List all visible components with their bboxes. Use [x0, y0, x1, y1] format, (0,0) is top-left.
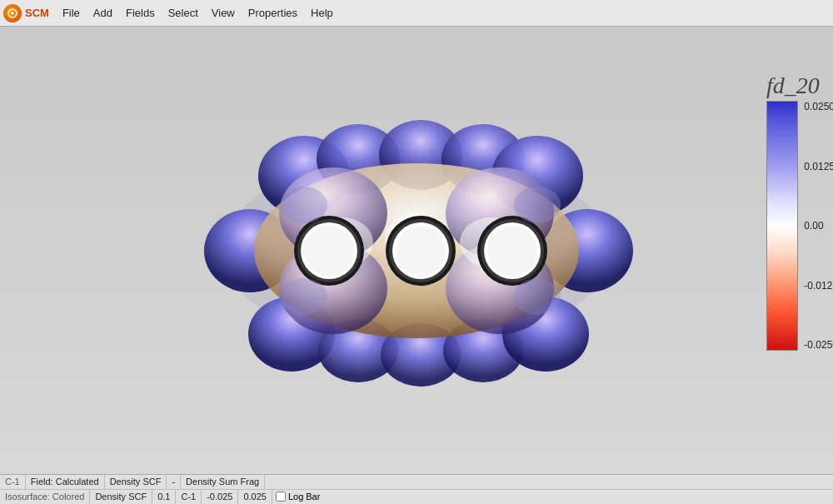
viewport: fd_20 0.0250 0.0125 0.00 -0.0125 -0.0250 [0, 27, 833, 474]
status-dash: - [167, 475, 181, 489]
status-density-scf-1: Density SCF [105, 475, 167, 489]
statusbar: C-1 Field: Calculated Density SCF - Dens… [0, 474, 833, 504]
svg-point-1 [11, 12, 14, 15]
colorbar-label-bot: -0.0250 [804, 339, 833, 351]
menu-add[interactable]: Add [87, 3, 119, 22]
menu-view[interactable]: View [205, 3, 242, 22]
status-log-bar: Log Bar [272, 492, 323, 502]
molecule-visualization [175, 76, 658, 426]
status-row-1: C-1 Field: Calculated Density SCF - Dens… [0, 475, 833, 490]
colorbar: fd_20 0.0250 0.0125 0.00 -0.0125 -0.0250 [766, 72, 808, 389]
log-label: Log [288, 492, 303, 502]
svg-point-30 [396, 226, 446, 276]
svg-point-35 [281, 187, 327, 223]
status-isosurface-label: Isosurface: Colored [0, 490, 90, 504]
status-c1-row1: C-1 [0, 475, 26, 489]
menu-select[interactable]: Select [162, 3, 205, 22]
status-density-scf-2: Density SCF [90, 490, 152, 504]
colorbar-labels: 0.0250 0.0125 0.00 -0.0125 -0.0250 [804, 101, 833, 351]
colorbar-label-mid: 0.00 [804, 220, 833, 232]
status-row-2: Isosurface: Colored Density SCF 0.1 C-1 … [0, 490, 833, 504]
menu-fields[interactable]: Fields [119, 3, 162, 22]
menu-help[interactable]: Help [304, 3, 340, 22]
colorbar-label-top: 0.0250 [804, 101, 833, 112]
svg-point-26 [304, 226, 354, 276]
menu-properties[interactable]: Properties [242, 3, 304, 22]
logo-text: SCM [25, 7, 49, 19]
colorbar-title: fd_20 [766, 72, 808, 99]
status-isovalue: 0.1 [152, 490, 176, 504]
status-range-neg: -0.025 [202, 490, 238, 504]
colorbar-gradient [766, 101, 798, 351]
status-density-sumfrag: Density Sum Frag [181, 475, 265, 489]
status-c1-row2: C-1 [176, 490, 202, 504]
menu-file[interactable]: File [56, 3, 87, 22]
svg-point-37 [281, 278, 327, 315]
colorbar-label-1: 0.0125 [804, 161, 833, 172]
log-checkbox[interactable] [276, 492, 286, 502]
molecule-area[interactable] [0, 27, 833, 474]
svg-point-38 [514, 278, 561, 315]
svg-point-36 [514, 187, 561, 223]
app-logo: SCM [3, 4, 49, 22]
bar-label: Bar [306, 492, 320, 502]
status-range-pos: 0.025 [238, 490, 272, 504]
menubar: SCM File Add Fields Select View Properti… [0, 0, 833, 27]
svg-point-34 [487, 226, 537, 276]
logo-icon [3, 4, 22, 22]
status-field-label: Field: Calculated [26, 475, 105, 489]
colorbar-label-3: -0.0125 [804, 280, 833, 292]
